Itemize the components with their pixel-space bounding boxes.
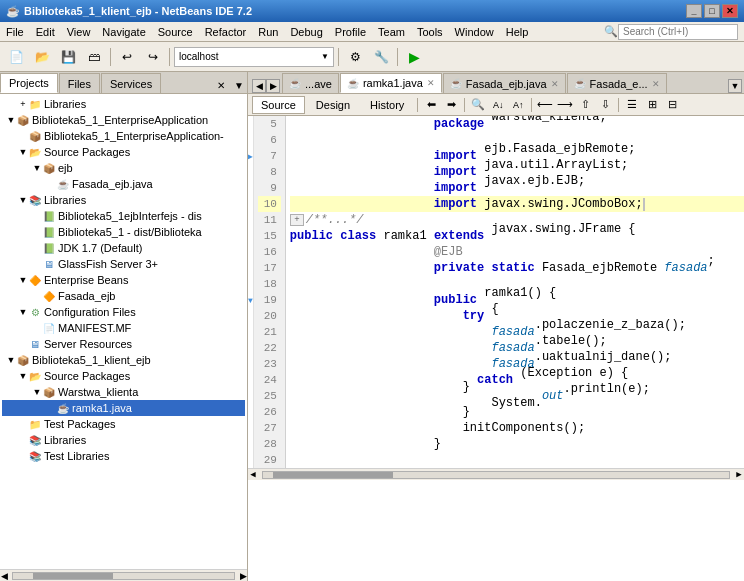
menu-team[interactable]: Team bbox=[372, 22, 411, 41]
left-hscrollbar[interactable]: ◀ ▶ bbox=[0, 569, 247, 581]
menu-window[interactable]: Window bbox=[449, 22, 500, 41]
source-btn-3[interactable]: 🔍 bbox=[469, 96, 487, 114]
editor-tab-fasada-e[interactable]: ☕ Fasada_e... ✕ bbox=[567, 73, 667, 93]
host-dropdown[interactable]: localhost ▼ bbox=[174, 47, 334, 67]
code-content[interactable]: package Warstwa_klienta; import ejb.Fasa… bbox=[286, 116, 744, 468]
editor-tab-ave[interactable]: ☕ ...ave bbox=[282, 73, 339, 93]
save-button[interactable]: 💾 bbox=[56, 46, 80, 68]
menu-profile[interactable]: Profile bbox=[329, 22, 372, 41]
tree-toggle[interactable]: ▼ bbox=[18, 371, 28, 381]
new-project-button[interactable]: 📄 bbox=[4, 46, 28, 68]
tree-toggle[interactable]: ▼ bbox=[18, 275, 28, 285]
tree-item-ejb[interactable]: ▼ 📦 ejb bbox=[2, 160, 245, 176]
source-btn-4[interactable]: A↓ bbox=[489, 96, 507, 114]
source-btn-9[interactable]: ⇩ bbox=[596, 96, 614, 114]
tab-next-button[interactable]: ▶ bbox=[266, 79, 280, 93]
tree-item-ramka1[interactable]: ☕ ramka1.java bbox=[2, 400, 245, 416]
undo-button[interactable]: ↩ bbox=[115, 46, 139, 68]
editor-tab-ramka1[interactable]: ☕ ramka1.java ✕ bbox=[340, 73, 442, 93]
tree-toggle[interactable]: + bbox=[18, 99, 28, 109]
tree-toggle[interactable]: ▼ bbox=[6, 115, 16, 125]
tree-toggle[interactable]: ▼ bbox=[32, 387, 42, 397]
source-btn-10[interactable]: ☰ bbox=[623, 96, 641, 114]
code-editor[interactable]: ▶ ▼ bbox=[248, 116, 744, 581]
menu-help[interactable]: Help bbox=[500, 22, 535, 41]
save-all-button[interactable]: 🗃 bbox=[82, 46, 106, 68]
source-btn-5[interactable]: A↑ bbox=[509, 96, 527, 114]
tree-item-server-resources[interactable]: 🖥 Server Resources bbox=[2, 336, 245, 352]
toolbar-btn-2[interactable]: 🔧 bbox=[369, 46, 393, 68]
source-btn-2[interactable]: ➡ bbox=[442, 96, 460, 114]
tree-item-bib5dist[interactable]: 📗 Biblioteka5_1 - dist/Biblioteka bbox=[2, 224, 245, 240]
tree-item-enterprise-beans[interactable]: ▼ 🔶 Enterprise Beans bbox=[2, 272, 245, 288]
tree-item-test-libraries[interactable]: 📚 Test Libraries bbox=[2, 448, 245, 464]
tab-projects[interactable]: Projects bbox=[0, 73, 58, 93]
tree-item-bib5intf[interactable]: 📗 Biblioteka5_1ejbInterfejs - dis bbox=[2, 208, 245, 224]
tree-item-libraries-top[interactable]: + 📁 Libraries bbox=[2, 96, 245, 112]
panel-close-button[interactable]: ✕ bbox=[213, 77, 229, 93]
editor-tab-fasada[interactable]: ☕ Fasada_ejb.java ✕ bbox=[443, 73, 566, 93]
tab-design[interactable]: Design bbox=[307, 96, 359, 114]
tree-toggle[interactable]: ▼ bbox=[18, 147, 28, 157]
tab-close-button[interactable]: ✕ bbox=[427, 78, 435, 88]
scroll-right-btn[interactable]: ▶ bbox=[239, 571, 247, 581]
tab-overflow-button[interactable]: ▼ bbox=[728, 79, 742, 93]
maximize-button[interactable]: □ bbox=[704, 4, 720, 18]
tree-item-source-packages[interactable]: ▼ 📂 Source Packages bbox=[2, 144, 245, 160]
menu-source[interactable]: Source bbox=[152, 22, 199, 41]
scroll-left-btn[interactable]: ◀ bbox=[0, 571, 8, 581]
tab-source[interactable]: Source bbox=[252, 96, 305, 114]
tree-item-manifest[interactable]: 📄 MANIFEST.MF bbox=[2, 320, 245, 336]
source-btn-11[interactable]: ⊞ bbox=[643, 96, 661, 114]
tab-services[interactable]: Services bbox=[101, 73, 161, 93]
panel-menu-button[interactable]: ▼ bbox=[231, 77, 247, 93]
tree-toggle[interactable]: ▼ bbox=[18, 195, 28, 205]
source-btn-8[interactable]: ⇧ bbox=[576, 96, 594, 114]
editor-hscrollbar[interactable]: ◀ ▶ bbox=[248, 468, 744, 480]
tab-files[interactable]: Files bbox=[59, 73, 100, 93]
tree-item-fasada-java[interactable]: ☕ Fasada_ejb.java bbox=[2, 176, 245, 192]
menu-edit[interactable]: Edit bbox=[30, 22, 61, 41]
tab-prev-button[interactable]: ◀ bbox=[252, 79, 266, 93]
tree-item-source-packages2[interactable]: ▼ 📂 Source Packages bbox=[2, 368, 245, 384]
tree-toggle[interactable]: ▼ bbox=[32, 163, 42, 173]
editor-scroll-right-btn[interactable]: ▶ bbox=[734, 469, 744, 480]
source-btn-7[interactable]: ⟶ bbox=[556, 96, 574, 114]
scroll-thumb[interactable] bbox=[33, 573, 113, 579]
tab-close-button[interactable]: ✕ bbox=[652, 79, 660, 89]
source-btn-6[interactable]: ⟵ bbox=[536, 96, 554, 114]
close-button[interactable]: ✕ bbox=[722, 4, 738, 18]
tree-toggle[interactable]: ▼ bbox=[6, 355, 16, 365]
tree-item-jdk[interactable]: 📗 JDK 1.7 (Default) bbox=[2, 240, 245, 256]
search-input[interactable] bbox=[618, 24, 738, 40]
tree-item-glassfish[interactable]: 🖥 GlassFish Server 3+ bbox=[2, 256, 245, 272]
toolbar-btn-1[interactable]: ⚙ bbox=[343, 46, 367, 68]
run-project-button[interactable]: ▶ bbox=[402, 46, 426, 68]
tree-item-bib5ent2[interactable]: 📦 Biblioteka5_1_EnterpriseApplication- bbox=[2, 128, 245, 144]
menu-view[interactable]: View bbox=[61, 22, 97, 41]
tab-close-button[interactable]: ✕ bbox=[551, 79, 559, 89]
editor-scroll-left-btn[interactable]: ◀ bbox=[248, 469, 258, 480]
source-btn-12[interactable]: ⊟ bbox=[663, 96, 681, 114]
redo-button[interactable]: ↪ bbox=[141, 46, 165, 68]
editor-scroll-thumb[interactable] bbox=[273, 472, 393, 478]
minimize-button[interactable]: _ bbox=[686, 4, 702, 18]
menu-tools[interactable]: Tools bbox=[411, 22, 449, 41]
tree-item-bib5ent[interactable]: ▼ 📦 Biblioteka5_1_EnterpriseApplication bbox=[2, 112, 245, 128]
tree-item-warstwa[interactable]: ▼ 📦 Warstwa_klienta bbox=[2, 384, 245, 400]
menu-run[interactable]: Run bbox=[252, 22, 284, 41]
tree-item-libraries-mid[interactable]: ▼ 📚 Libraries bbox=[2, 192, 245, 208]
menu-file[interactable]: File bbox=[0, 22, 30, 41]
tree-item-bib5klient[interactable]: ▼ 📦 Biblioteka5_1_klient_ejb bbox=[2, 352, 245, 368]
fold-marker-11[interactable]: + bbox=[290, 214, 304, 226]
source-btn-1[interactable]: ⬅ bbox=[422, 96, 440, 114]
tree-item-test-packages[interactable]: 📁 Test Packages bbox=[2, 416, 245, 432]
menu-navigate[interactable]: Navigate bbox=[96, 22, 151, 41]
tree-toggle[interactable]: ▼ bbox=[18, 307, 28, 317]
open-project-button[interactable]: 📂 bbox=[30, 46, 54, 68]
menu-refactor[interactable]: Refactor bbox=[199, 22, 253, 41]
menu-debug[interactable]: Debug bbox=[284, 22, 328, 41]
tree-item-libraries-bot[interactable]: 📚 Libraries bbox=[2, 432, 245, 448]
tree-item-config-files[interactable]: ▼ ⚙ Configuration Files bbox=[2, 304, 245, 320]
tree-item-fasada-ejb[interactable]: 🔶 Fasada_ejb bbox=[2, 288, 245, 304]
